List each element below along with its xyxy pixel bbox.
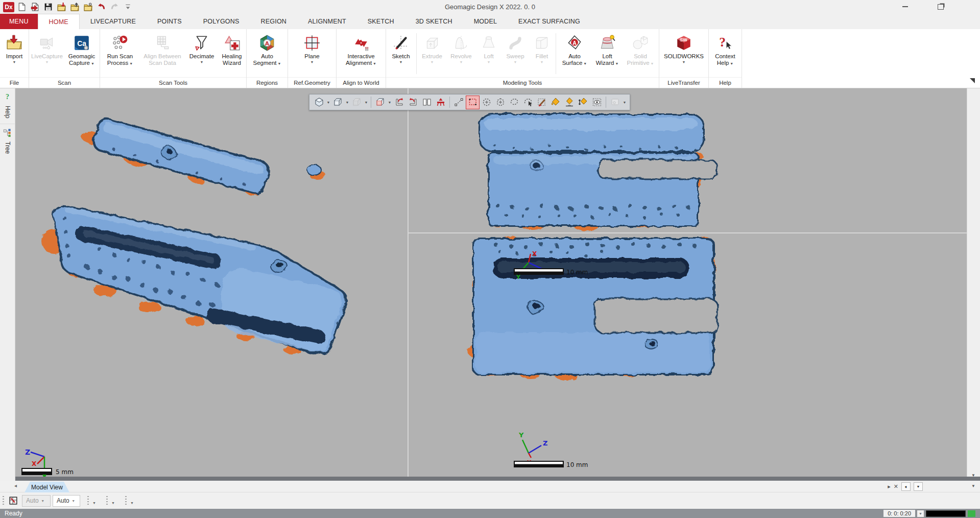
geomagic-capture-button[interactable]: CaGeomagicCapture▼: [64, 30, 99, 77]
fill-extend-select-icon[interactable]: [577, 96, 589, 109]
region-view-icon[interactable]: [374, 96, 387, 109]
polygon-select-icon[interactable]: [494, 96, 507, 109]
healing-wizard-button[interactable]: HealingWizard: [218, 30, 246, 77]
tab-menu[interactable]: MENU: [0, 14, 38, 29]
toolbar-grip[interactable]: [87, 496, 89, 505]
maximize-button[interactable]: [932, 0, 949, 13]
line-select-icon[interactable]: [452, 96, 465, 109]
toolbar-grip[interactable]: [3, 496, 4, 505]
datum-icon[interactable]: [434, 96, 447, 109]
ribbon-collapse-icon[interactable]: [970, 78, 975, 83]
sketch-button[interactable]: Sketch▼: [387, 30, 415, 77]
plane-button[interactable]: Plane▼: [289, 30, 336, 77]
import-folder-button[interactable]: Import▼: [1, 30, 28, 77]
fill-select-icon[interactable]: [549, 96, 562, 109]
sidebar-tab-help[interactable]: ?Help: [0, 88, 15, 124]
viewport[interactable]: ▼▼▼▼▼ Z X 5 mm X: [15, 88, 967, 481]
revolve-button[interactable]: Revolve▼: [446, 30, 476, 77]
decimate-button[interactable]: Decimate▼: [185, 30, 218, 77]
wireframe-view-icon[interactable]: [331, 96, 344, 109]
tab-alignment[interactable]: ALIGNMENT: [297, 14, 357, 29]
context-help-button[interactable]: ?ContextHelp▼: [709, 30, 741, 77]
view-split-vertical[interactable]: [408, 88, 409, 481]
circle-select-icon[interactable]: [480, 96, 493, 109]
scan-mesh-top-right[interactable]: [479, 113, 718, 231]
timer-dropdown-icon[interactable]: ▼: [917, 510, 924, 517]
lasso-select-icon[interactable]: [508, 96, 520, 109]
dropdown-arrow-icon[interactable]: ▼: [540, 60, 544, 65]
bottom-toolbar: Auto▼ Auto▼ ▼ ▼ ▼: [0, 492, 980, 509]
tab-polygons[interactable]: POLYGONS: [193, 14, 250, 29]
dropdown-arrow-icon[interactable]: ▼: [364, 101, 369, 104]
dropdown-arrow-icon[interactable]: ▼: [200, 60, 204, 65]
toolbar-more-icon[interactable]: ▼: [92, 501, 96, 505]
solid-primitive-button[interactable]: SolidPrimitive▼: [623, 30, 658, 77]
sweep-icon: [507, 33, 524, 53]
dropdown-arrow-icon[interactable]: ▼: [487, 60, 491, 65]
view-split-horizontal[interactable]: [408, 232, 967, 233]
tab-scroll-left-icon[interactable]: ◂: [14, 483, 17, 488]
tab-model-view[interactable]: Model View: [25, 482, 69, 492]
minimize-button[interactable]: [896, 0, 914, 13]
scan-canvas[interactable]: [15, 88, 967, 481]
dropdown-arrow-icon[interactable]: ▼: [326, 101, 331, 104]
tab-next-view-icon[interactable]: ➧: [901, 482, 911, 491]
tab-exact-surfacing[interactable]: EXACT SURFACING: [508, 14, 591, 29]
smart-select-icon[interactable]: [521, 96, 534, 109]
fillet-button[interactable]: Fillet▼: [529, 30, 555, 77]
scan-mesh-main[interactable]: [42, 112, 347, 355]
tab-list-icon[interactable]: ▼: [914, 482, 923, 491]
dropdown-arrow-icon[interactable]: ▼: [399, 60, 403, 65]
dropdown-arrow-icon[interactable]: ▼: [45, 60, 49, 65]
visibility-icon[interactable]: [590, 96, 603, 109]
dropdown-arrow-icon[interactable]: ▼: [345, 101, 350, 104]
tab-model[interactable]: MODEL: [463, 14, 508, 29]
tab-scroll-right-icon[interactable]: ▸: [888, 483, 891, 490]
toolbar-more-icon[interactable]: ▼: [130, 501, 134, 505]
toolbar-grip[interactable]: [106, 496, 108, 505]
dropdown-arrow-icon[interactable]: ▼: [13, 60, 16, 65]
extrude-button[interactable]: Extrude▼: [418, 30, 446, 77]
snap-combo[interactable]: Auto▼: [53, 495, 80, 507]
loft-wizard-button[interactable]: LoftWizard▼: [592, 30, 623, 77]
split-view-icon[interactable]: [420, 96, 433, 109]
tab-3d-sketch[interactable]: 3D SKETCH: [405, 14, 463, 29]
extra-view-icon[interactable]: [609, 96, 622, 109]
shaded-view-icon[interactable]: [313, 96, 325, 109]
flip-right-icon[interactable]: [407, 96, 419, 109]
live-capture-button[interactable]: LiveCapture▼: [30, 30, 64, 77]
tab-sketch[interactable]: SKETCH: [357, 14, 405, 29]
selection-mode-icon[interactable]: [7, 494, 20, 507]
loft-button[interactable]: Loft▼: [476, 30, 501, 77]
dropdown-arrow-icon[interactable]: ▼: [310, 60, 314, 65]
auto-segment-button[interactable]: AAutoSegment▼: [247, 30, 287, 77]
toolbar-more-icon[interactable]: ▼: [111, 501, 115, 505]
sidebar-tab-tree[interactable]: Tree: [0, 124, 15, 159]
brush-select-icon[interactable]: [535, 96, 548, 109]
toolbar-grip[interactable]: [125, 496, 127, 505]
sweep-button[interactable]: Sweep▼: [501, 30, 529, 77]
tab-points[interactable]: POINTS: [147, 14, 193, 29]
dropdown-arrow-icon[interactable]: ▼: [622, 101, 627, 104]
dropdown-arrow-icon[interactable]: ▼: [514, 60, 517, 65]
auto-surface-button[interactable]: AAutoSurface▼: [557, 30, 592, 77]
dropdown-arrow-icon[interactable]: ▼: [682, 60, 686, 65]
tab-region[interactable]: REGION: [250, 14, 298, 29]
dropdown-arrow-icon[interactable]: ▼: [460, 60, 463, 65]
tab-home[interactable]: HOME: [38, 14, 80, 29]
flip-left-icon[interactable]: [393, 96, 405, 109]
interactive-alignment-button[interactable]: InteractiveAlignment▼: [337, 30, 385, 77]
tab-livecapture[interactable]: LIVECAPTURE: [80, 14, 147, 29]
tab-close-icon[interactable]: ✕: [894, 483, 898, 490]
rect-select-icon[interactable]: [466, 96, 479, 109]
align-between-scan-button[interactable]: Align BetweenScan Data: [139, 30, 185, 77]
dropdown-arrow-icon[interactable]: ▼: [387, 101, 392, 104]
solidworks-button[interactable]: SWSOLIDWORKS▼: [660, 30, 708, 77]
run-scan-process-button[interactable]: Run ScanProcess▼: [101, 30, 139, 77]
dropdown-arrow-icon[interactable]: ▼: [431, 60, 434, 65]
document-tab-bar: ◂ Model View ▸ ✕ ➧ ▼ ▼: [0, 481, 980, 492]
fill-base-select-icon[interactable]: [563, 96, 576, 109]
texture-view-icon[interactable]: [350, 96, 363, 109]
tab-overflow-icon[interactable]: ▼: [971, 484, 975, 488]
filter-combo[interactable]: Auto▼: [22, 495, 51, 507]
